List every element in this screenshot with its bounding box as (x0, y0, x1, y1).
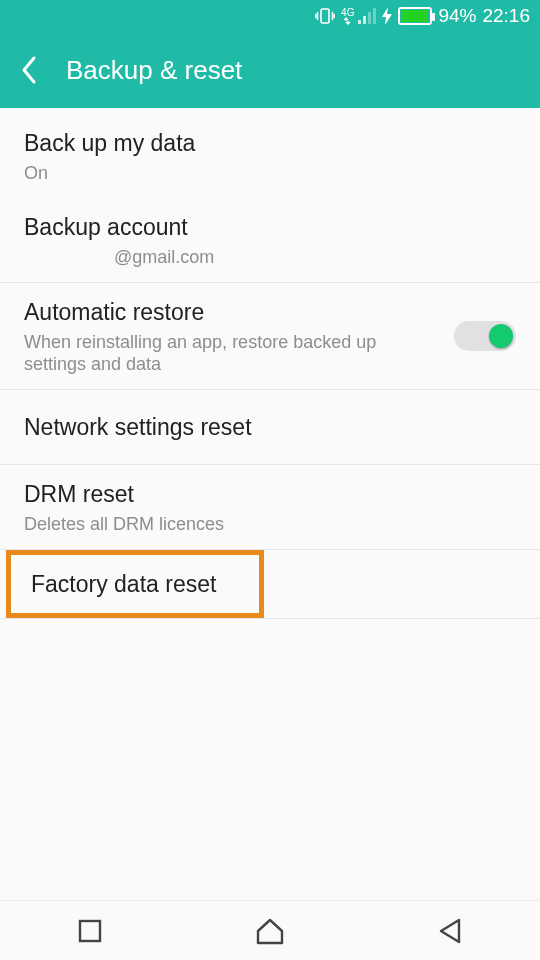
status-icons: 4G 94% 22:16 (315, 5, 530, 27)
settings-list: Back up my data On Backup account @gmail… (0, 108, 540, 900)
highlight-box: Factory data reset (6, 550, 264, 618)
svg-rect-9 (80, 921, 100, 941)
row-title: Network settings reset (24, 412, 516, 442)
row-title: Factory data reset (31, 569, 239, 599)
row-subtitle: Deletes all DRM licences (24, 513, 516, 535)
app-bar: Backup & reset (0, 32, 540, 108)
status-bar: 4G 94% 22:16 (0, 0, 540, 32)
page-title: Backup & reset (66, 55, 242, 86)
navigation-bar (0, 900, 540, 960)
factory-data-reset-row[interactable]: Factory data reset (0, 550, 540, 619)
svg-rect-0 (321, 9, 329, 23)
svg-rect-5 (358, 20, 361, 24)
row-subtitle: On (24, 162, 516, 184)
recents-button[interactable] (30, 906, 150, 956)
network-type-icon: 4G (341, 8, 354, 25)
row-title: Backup account (24, 212, 516, 242)
row-subtitle: When reinstalling an app, restore backed… (24, 331, 404, 375)
svg-rect-6 (363, 16, 366, 24)
row-title: Back up my data (24, 128, 516, 158)
backup-account-row[interactable]: Backup account @gmail.com (0, 198, 540, 283)
back-button[interactable] (14, 50, 44, 90)
charging-icon (382, 7, 392, 25)
back-nav-button[interactable] (390, 906, 510, 956)
row-title: Automatic restore (24, 297, 404, 327)
signal-icon (358, 8, 376, 24)
drm-reset-row[interactable]: DRM reset Deletes all DRM licences (0, 465, 540, 550)
home-button[interactable] (210, 906, 330, 956)
network-settings-reset-row[interactable]: Network settings reset (0, 390, 540, 465)
battery-icon (398, 7, 432, 25)
vibrate-icon (315, 7, 335, 25)
automatic-restore-row[interactable]: Automatic restore When reinstalling an a… (0, 283, 540, 390)
row-title: DRM reset (24, 479, 516, 509)
row-subtitle: @gmail.com (24, 246, 516, 268)
svg-rect-8 (373, 8, 376, 24)
clock: 22:16 (482, 5, 530, 27)
svg-rect-7 (368, 12, 371, 24)
battery-percentage: 94% (438, 5, 476, 27)
automatic-restore-toggle[interactable] (454, 321, 516, 351)
backup-my-data-row[interactable]: Back up my data On (0, 114, 540, 198)
